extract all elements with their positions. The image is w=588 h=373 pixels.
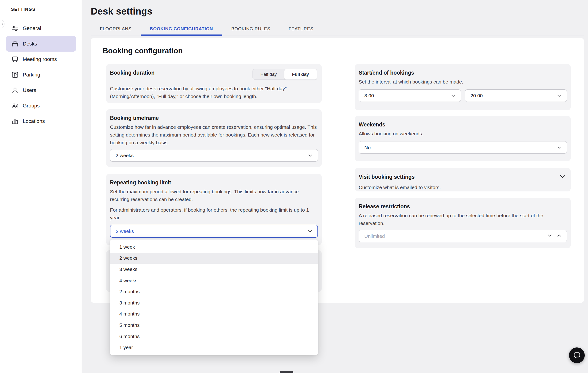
panel-title: Booking configuration <box>103 46 183 55</box>
booking-configuration-panel: Booking configuration Booking duration H… <box>91 38 584 303</box>
dropdown-option[interactable]: 3 weeks <box>110 264 318 275</box>
chevron-down-icon <box>450 93 456 98</box>
sidebar-item-label: General <box>23 25 41 32</box>
weekends-description: Allows booking on weekends. <box>359 130 567 138</box>
sidebar-item-label: Desks <box>23 41 37 47</box>
desk-icon <box>11 40 19 48</box>
chevron-down-icon <box>307 153 313 158</box>
sidebar-item-label: Locations <box>23 118 45 124</box>
repeating-booking-limit-select[interactable]: 2 weeks <box>110 225 318 238</box>
chat-bubble-icon <box>573 351 581 360</box>
sidebar-item-meeting-rooms[interactable]: Meeting rooms <box>6 52 76 67</box>
tab-floorplans[interactable]: FLOORPLANS <box>91 23 141 35</box>
dropdown-option[interactable]: 4 months <box>110 309 318 320</box>
tab-booking-configuration[interactable]: BOOKING CONFIGURATION <box>141 23 222 35</box>
weekends-card: Weekends Allows booking on weekends. No <box>355 116 571 161</box>
page-title: Desk settings <box>91 6 584 17</box>
release-restrictions-title: Release restrictions <box>359 203 567 210</box>
main-content: Desk settings FLOORPLANS BOOKING CONFIGU… <box>82 0 588 373</box>
booking-end-time-value: 20:00 <box>471 93 483 98</box>
sidebar-item-label: Groups <box>23 103 40 109</box>
sidebar-item-groups[interactable]: Groups <box>6 98 76 114</box>
dropdown-option[interactable]: 5 months <box>110 320 318 331</box>
sidebar-item-label: Meeting rooms <box>23 56 57 62</box>
repeating-booking-limit-dropdown-menu: 1 week 2 weeks 3 weeks 4 weeks 2 months … <box>110 240 318 355</box>
sidebar-item-desks[interactable]: Desks <box>6 36 76 52</box>
start-end-bookings-card: Start/end of bookings Set the interval a… <box>355 64 571 110</box>
release-restrictions-placeholder: Unlimited <box>364 234 385 239</box>
sidebar-collapse-button[interactable] <box>0 20 4 28</box>
chevron-down-icon <box>556 145 562 150</box>
start-end-description: Set the interval at which bookings can b… <box>359 78 567 86</box>
sidebar-item-label: Users <box>23 87 36 93</box>
tab-booking-rules[interactable]: BOOKING RULES <box>222 23 279 35</box>
dropdown-option[interactable]: 1 week <box>110 241 318 253</box>
dropdown-option[interactable]: 4 weeks <box>110 275 318 286</box>
booking-duration-segmented-control: Half day Full day <box>252 69 317 80</box>
tab-bar: FLOORPLANS BOOKING CONFIGURATION BOOKING… <box>91 23 584 35</box>
sidebar-item-users[interactable]: Users <box>6 83 76 98</box>
sliders-icon <box>11 24 19 32</box>
chevron-right-icon <box>0 22 4 26</box>
booking-start-time-select[interactable]: 8:00 <box>359 89 461 102</box>
weekends-title: Weekends <box>359 121 567 128</box>
sidebar-divider <box>3 17 79 17</box>
sidebar-title: SETTINGS <box>11 7 75 12</box>
visit-booking-settings-card: Visit booking settings Customize what is… <box>355 168 571 192</box>
booking-timeframe-value: 2 weeks <box>116 153 134 158</box>
sidebar-item-locations[interactable]: Locations <box>6 114 76 129</box>
visit-booking-title: Visit booking settings <box>359 174 415 180</box>
chevron-up-icon <box>556 233 562 240</box>
half-day-segment[interactable]: Half day <box>253 69 285 79</box>
repeating-booking-limit-card: Repeating booking limit Set the maximum … <box>106 174 322 245</box>
visit-booking-description: Customize what is emailed to visitors. <box>359 183 567 191</box>
dropdown-option[interactable]: 2 months <box>110 286 318 297</box>
booking-start-time-value: 8:00 <box>364 93 374 98</box>
release-restrictions-card: Release restrictions A released reservat… <box>355 198 571 248</box>
full-day-segment[interactable]: Full day <box>284 69 317 80</box>
repeating-booking-limit-title: Repeating booking limit <box>110 180 318 186</box>
booking-timeframe-description: Customize how far in advance employees c… <box>110 123 318 146</box>
chevron-down-icon <box>307 228 313 234</box>
sidebar-item-parking[interactable]: Parking <box>6 67 76 83</box>
expand-chevron-down-icon[interactable] <box>558 172 567 181</box>
sidebar-item-label: Parking <box>23 72 40 78</box>
locations-icon <box>11 117 19 125</box>
booking-timeframe-title: Booking timeframe <box>110 115 318 121</box>
bottom-drag-handle[interactable] <box>280 371 293 373</box>
user-icon <box>11 86 19 94</box>
repeating-booking-limit-description-2: For administrators and operators, if boo… <box>110 206 318 222</box>
booking-timeframe-card: Booking timeframe Customize how far in a… <box>106 109 322 167</box>
group-icon <box>11 102 19 110</box>
parking-icon <box>11 71 19 79</box>
weekends-select[interactable]: No <box>359 141 567 154</box>
chat-launcher-button[interactable] <box>569 347 585 363</box>
weekends-value: No <box>364 145 371 150</box>
booking-duration-card: Booking duration Half day Full day Custo… <box>106 64 322 103</box>
booking-timeframe-select[interactable]: 2 weeks <box>110 149 318 162</box>
release-restrictions-description: A released reservation can be renewed up… <box>359 212 567 227</box>
release-restrictions-select[interactable]: Unlimited <box>359 230 567 242</box>
sidebar-item-general[interactable]: General <box>6 21 76 36</box>
booking-end-time-select[interactable]: 20:00 <box>465 89 567 102</box>
dropdown-option[interactable]: 3 months <box>110 297 318 309</box>
dropdown-option[interactable]: 1 year <box>110 342 318 353</box>
booking-duration-description: Customize your desk reservation by allow… <box>110 85 318 100</box>
repeating-booking-limit-description-1: Set the maximum period allowed for repea… <box>110 188 318 203</box>
chevron-down-icon <box>547 233 553 240</box>
right-column: Start/end of bookings Set the interval a… <box>355 64 571 248</box>
meeting-room-icon <box>11 55 19 63</box>
dropdown-option[interactable]: 6 months <box>110 331 318 342</box>
repeating-booking-limit-value: 2 weeks <box>116 228 134 234</box>
tab-features[interactable]: FEATURES <box>279 23 323 35</box>
dropdown-option-selected[interactable]: 2 weeks <box>110 253 318 264</box>
chevron-down-icon <box>556 93 562 98</box>
settings-sidebar: SETTINGS General Desks <box>0 0 82 373</box>
start-end-title: Start/end of bookings <box>359 70 567 76</box>
